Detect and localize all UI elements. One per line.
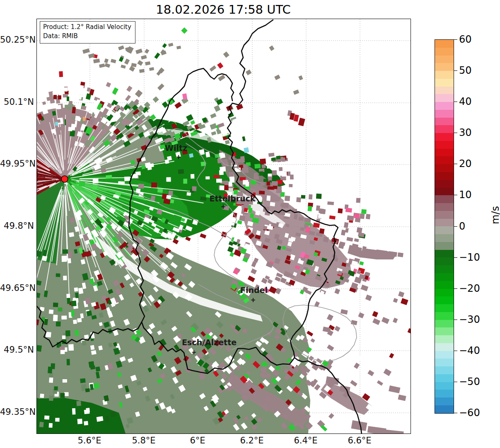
colorbar-tick-mark [454,382,457,382]
velocity-cell [84,409,90,414]
y-tick-label: 50.25°N [0,35,34,45]
velocity-cell [91,350,97,355]
velocity-cell [229,182,232,186]
velocity-cell [255,186,261,190]
velocity-cell [229,172,234,177]
velocity-cell [192,114,198,121]
velocity-cell [80,313,84,318]
colorbar-segment [435,56,454,63]
colorbar-tick-mark [454,133,457,133]
velocity-cell [272,170,277,175]
velocity-cell [60,346,65,350]
velocity-cell [60,393,65,398]
velocity-cell [49,395,53,401]
velocity-cell [55,418,59,421]
colorbar [435,39,454,414]
colorbar-segment [435,351,454,359]
velocity-cell [251,269,257,274]
colorbar-segment [435,203,454,211]
colorbar-segment [435,94,454,102]
velocity-cell [104,58,109,63]
velocity-cell [285,196,290,201]
data-source-label: Data: RMIB [43,32,131,41]
velocity-cell [252,251,258,256]
velocity-cell [106,82,111,87]
y-tick-label: 49.5°N [0,345,34,355]
velocity-cell [71,124,75,131]
colorbar-segment [435,172,454,180]
velocity-cell [67,298,70,304]
velocity-cell [214,105,220,111]
velocity-cell [72,408,76,415]
colorbar-segment [435,180,454,188]
velocity-cell [358,232,365,237]
velocity-cell [244,147,249,153]
velocity-cell [345,208,352,213]
colorbar-unit-label: m/s [490,199,500,232]
colorbar-tick-mark [454,226,457,227]
velocity-cell [340,334,347,341]
colorbar-segment [435,87,454,94]
velocity-cell [64,392,69,396]
colorbar-tick-label: 0 [459,220,465,232]
velocity-cell [259,171,263,176]
velocity-cell [183,179,187,184]
velocity-cell [228,231,235,237]
velocity-cell [192,186,196,191]
velocity-cell [75,329,79,336]
velocity-cell [289,184,292,187]
velocity-cell [205,177,210,179]
velocity-cell [106,175,112,179]
colorbar-segment [435,320,454,328]
velocity-cell [53,315,58,321]
colorbar-segment [435,366,454,374]
velocity-cell [372,318,380,325]
velocity-cell [124,177,130,181]
velocity-cell [259,191,265,194]
x-tick-label: 5.8°E [119,436,169,446]
velocity-cell [354,213,360,219]
velocity-cell [154,53,160,59]
colorbar-segment [435,102,454,110]
colorbar-segment [435,133,454,141]
velocity-cell [174,102,182,109]
velocity-cell [354,363,360,369]
velocity-cell [81,105,87,110]
velocity-cell [85,388,90,392]
velocity-cell [194,99,200,104]
colorbar-segment [435,71,454,79]
colorbar-segment [435,335,454,343]
velocity-cell [341,230,345,235]
velocity-cell [210,65,217,72]
colorbar-tick-label: −10 [459,252,480,263]
velocity-cell [268,153,275,157]
colorbar-segment [435,358,454,366]
velocity-cell [329,413,334,419]
map-canvas: Wiltz+Ettelbruck+Findel+Esch/Alzette+ [36,19,411,434]
colorbar-segment [435,327,454,335]
velocity-cell [57,105,61,109]
velocity-cell [95,366,100,372]
x-tick-label: 6.6°E [335,436,384,446]
city-label: Ettelbruck [210,194,256,203]
velocity-cell [327,344,334,351]
velocity-cell [341,237,346,242]
velocity-cell [92,184,97,190]
velocity-cell [125,95,131,101]
velocity-cell [182,93,187,100]
velocity-cell [246,70,251,75]
velocity-cell [229,252,234,257]
y-tick-label: 49.8°N [0,221,34,231]
colorbar-segment [435,397,454,405]
velocity-cell [111,59,116,63]
velocity-cell [224,181,228,185]
colorbar-segment [435,219,454,227]
colorbar-tick-label: −30 [459,314,480,325]
velocity-cell [49,378,53,383]
velocity-cell [216,179,222,183]
velocity-cell [389,385,400,393]
velocity-cell [330,409,334,413]
velocity-cell [360,206,364,209]
product-info-box: Product: 1.2° Radial Velocity Data: RMIB [40,21,135,44]
velocity-cell [309,194,312,200]
